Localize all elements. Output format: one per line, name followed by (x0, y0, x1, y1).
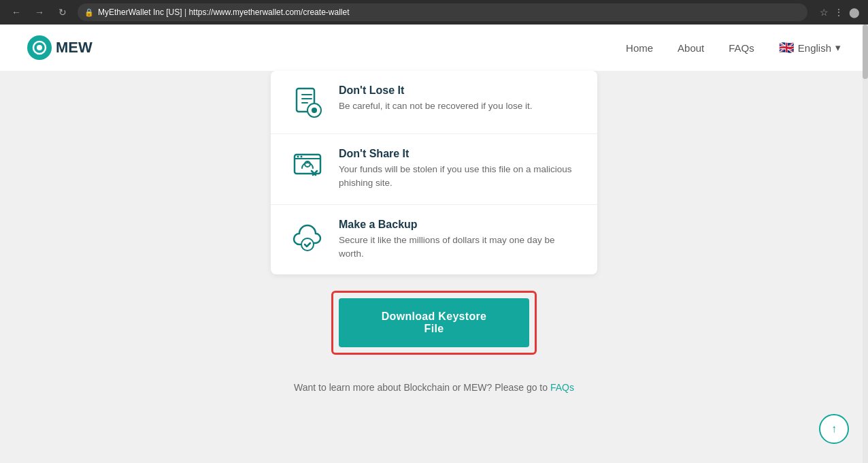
make-backup-title: Make a Backup (339, 219, 578, 231)
logo-icon (27, 35, 52, 60)
bookmark-icon[interactable]: ☆ (820, 7, 829, 18)
dont-share-it-icon (290, 148, 325, 183)
browser-chrome: ← → ↻ 🔒 MyEtherWallet Inc [US] | https:/… (0, 0, 868, 25)
arrow-up-icon: ↑ (831, 423, 837, 435)
svg-point-8 (301, 238, 314, 251)
dont-lose-it-content: Don't Lose It Be careful, it can not be … (339, 84, 578, 113)
scrollbar-track (863, 25, 868, 463)
forward-button[interactable]: → (31, 4, 48, 20)
chevron-down-icon: ▾ (835, 42, 841, 54)
make-backup-desc: Secure it like the millions of dollars i… (339, 234, 578, 261)
scroll-to-top-button[interactable]: ↑ (819, 414, 849, 444)
lock-icon: 🔒 (84, 8, 94, 17)
flag-icon: 🇬🇧 (779, 40, 794, 55)
navbar: MEW Home About FAQs 🇬🇧 English ▾ (0, 25, 868, 71)
make-backup-icon (290, 219, 325, 254)
dont-share-it-content: Don't Share It Your funds will be stolen… (339, 148, 578, 191)
scrollbar-thumb[interactable] (863, 25, 868, 79)
address-bar[interactable]: 🔒 MyEtherWallet Inc [US] | https://www.m… (78, 3, 807, 21)
logo[interactable]: MEW (27, 35, 93, 60)
footer-static-text: Want to learn more about Blockchain or M… (294, 382, 550, 393)
download-keystore-button[interactable]: Download Keystore File (339, 298, 529, 347)
list-item: Don't Share It Your funds will be stolen… (271, 134, 597, 205)
extensions-icon[interactable]: ⋮ (834, 7, 844, 18)
dont-lose-it-desc: Be careful, it can not be recovered if y… (339, 99, 578, 113)
download-highlight-border: Download Keystore File (331, 291, 537, 355)
dont-share-it-title: Don't Share It (339, 148, 578, 160)
main-content: Don't Lose It Be careful, it can not be … (0, 71, 868, 463)
svg-point-6 (301, 156, 303, 158)
reload-button[interactable]: ↻ (54, 4, 71, 20)
list-item: Make a Backup Secure it like the million… (271, 205, 597, 275)
logo-text: MEW (56, 39, 93, 57)
language-selector[interactable]: 🇬🇧 English ▾ (779, 40, 841, 55)
list-item: Don't Lose It Be careful, it can not be … (271, 71, 597, 134)
svg-point-5 (297, 156, 299, 158)
about-nav-link[interactable]: About (678, 42, 704, 54)
home-nav-link[interactable]: Home (626, 42, 653, 54)
dont-lose-it-icon (290, 84, 325, 120)
back-button[interactable]: ← (8, 4, 24, 20)
nav-links: Home About FAQs 🇬🇧 English ▾ (626, 40, 841, 55)
footer-faqs-link[interactable]: FAQs (550, 382, 574, 393)
footer-text: Want to learn more about Blockchain or M… (294, 382, 574, 393)
dont-lose-it-title: Don't Lose It (339, 84, 578, 97)
svg-point-1 (37, 45, 42, 50)
profile-icon[interactable]: ⬤ (849, 7, 860, 18)
info-card: Don't Lose It Be careful, it can not be … (271, 71, 597, 274)
faqs-nav-link[interactable]: FAQs (729, 42, 754, 54)
address-text: MyEtherWallet Inc [US] | https://www.mye… (98, 7, 349, 17)
language-label: English (798, 42, 831, 54)
dont-share-it-desc: Your funds will be stolen if you use thi… (339, 163, 578, 191)
make-backup-content: Make a Backup Secure it like the million… (339, 219, 578, 261)
download-area: Download Keystore File (271, 291, 597, 355)
